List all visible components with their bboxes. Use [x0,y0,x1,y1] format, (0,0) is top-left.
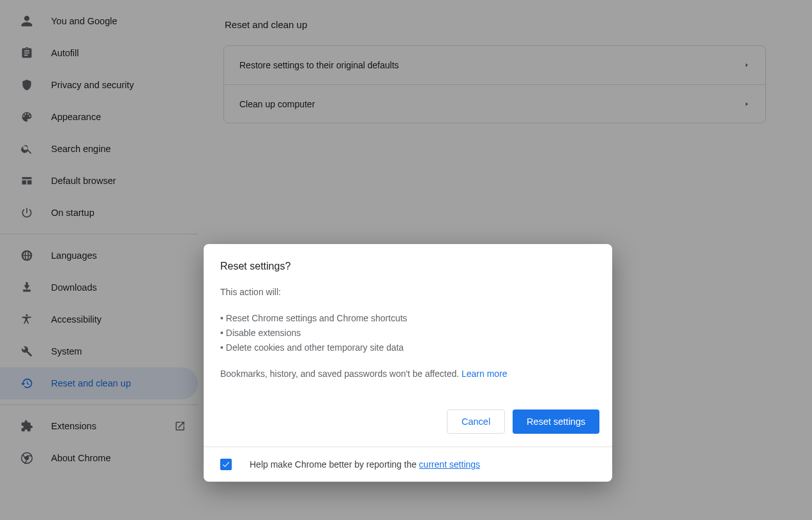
current-settings-link[interactable]: current settings [419,459,480,470]
dialog-actions: Cancel Reset settings [204,394,612,447]
dialog-title: Reset settings? [220,261,596,272]
dialog-note: Bookmarks, history, and saved passwords … [220,369,459,379]
reset-settings-button[interactable]: Reset settings [513,409,599,434]
dialog-bullet: Delete cookies and other temporary site … [220,340,596,355]
dialog-footer: Help make Chrome better by reporting the… [204,447,612,482]
reset-settings-dialog: Reset settings? This action will: Reset … [204,244,612,482]
dialog-intro: This action will: [220,285,596,300]
learn-more-link[interactable]: Learn more [459,369,507,379]
report-settings-checkbox[interactable] [220,459,232,470]
dialog-footer-text: Help make Chrome better by reporting the [250,459,419,470]
dialog-bullets: Reset Chrome settings and Chrome shortcu… [220,311,596,355]
dialog-note-line: Bookmarks, history, and saved passwords … [220,367,596,381]
dialog-bullet: Reset Chrome settings and Chrome shortcu… [220,311,596,326]
dialog-bullet: Disable extensions [220,326,596,340]
cancel-button[interactable]: Cancel [447,409,505,434]
dialog-text: This action will: Reset Chrome settings … [220,285,596,381]
dialog-footer-text-line: Help make Chrome better by reporting the… [250,459,480,470]
